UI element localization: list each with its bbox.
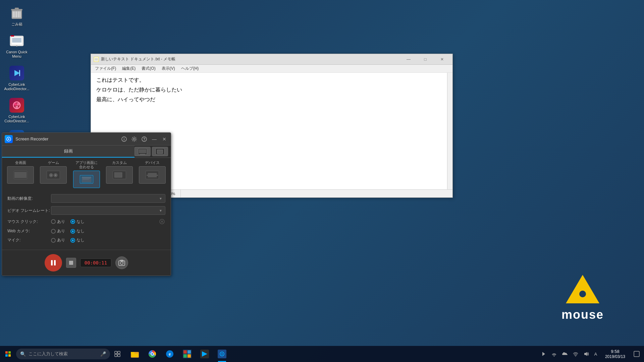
notepad-menu-edit[interactable]: 編集(E) [119,65,138,72]
sr-webcam-off-radio[interactable] [70,229,75,234]
sr-mode-game-icon [40,166,67,184]
sr-title-text: Screen Recorder [15,136,48,141]
desktop-icon-trash[interactable]: ごみ箱 [3,3,30,28]
svg-point-50 [55,175,56,175]
volume-icon[interactable] [581,346,592,362]
desktop-icon-audio[interactable]: CyberLink AudioDirector... [3,64,30,93]
desktop-icon-canon[interactable]: Canon Quick Menu [3,31,30,60]
notepad-titlebar-buttons: — □ ✕ [401,55,450,64]
svg-rect-80 [115,351,117,354]
sr-webcam-row: Web カメラ: あり なし [7,228,165,234]
sr-mode-custom-label: カスタム [112,161,127,165]
notification-center[interactable] [629,346,644,362]
notepad-close-button[interactable]: ✕ [434,55,450,64]
svg-rect-86 [131,354,138,357]
sr-webcam-off-option[interactable]: なし [70,228,85,234]
wifi-icon[interactable] [570,346,581,362]
sr-mouse-off-radio[interactable] [70,219,75,224]
cloud-icon[interactable] [559,346,570,362]
canon-label: Canon Quick Menu [5,50,29,59]
network-icon[interactable] [549,346,559,362]
taskbar-file-explorer[interactable] [126,346,144,362]
svg-point-12 [16,45,17,47]
taskbar-screen-recorder[interactable] [213,346,231,362]
sr-titlebar-right: i ? — ✕ [120,135,168,143]
sr-mode-custom-icon [106,166,133,184]
svg-point-102 [221,353,223,355]
sr-mode-btn-full[interactable] [135,147,151,156]
desktop: ごみ箱 Canon Quick Menu [0,0,644,362]
svg-marker-74 [566,275,599,303]
color-label: CyberLink ColorDirector... [4,115,29,123]
svg-point-75 [579,291,586,297]
sr-stop-button[interactable] [66,258,76,268]
svg-rect-43 [47,171,60,179]
svg-rect-11 [12,38,21,43]
taskbar-clock[interactable]: 9:58 2019/03/13 [601,346,629,362]
sr-mic-label: マイク: [7,237,51,243]
sr-mode-device[interactable]: デバイス [137,161,168,188]
svg-point-105 [575,356,576,357]
sr-webcam-on-radio[interactable] [51,229,56,234]
sr-resolution-dropdown[interactable]: ▼ [51,194,165,203]
ime-icon[interactable]: A [592,346,600,362]
svg-point-17 [14,103,17,106]
svg-rect-94 [183,350,187,354]
svg-point-90 [151,353,153,355]
sr-mouse-off-option[interactable]: なし [70,219,85,225]
canon-icon [9,33,25,49]
taskbar-app5[interactable] [196,346,213,362]
notepad-menu-help[interactable]: ヘルプ(H) [178,65,202,72]
svg-point-51 [55,175,56,176]
sr-mouse-on-label: あり [57,219,65,225]
notepad-menu-file[interactable]: ファイル(F) [92,65,119,72]
notepad-line-1: これはテストです。 [96,75,447,85]
sr-info-icon[interactable]: i [120,135,128,143]
sr-mic-off-radio[interactable] [70,238,75,243]
notepad-maximize-button[interactable]: □ [418,55,433,64]
start-button[interactable] [0,346,16,362]
sr-mouse-on-option[interactable]: あり [51,219,65,225]
sr-mouse-on-radio[interactable] [51,219,56,224]
sr-framerate-dropdown[interactable]: ▼ [51,206,165,215]
notepad-scrollbar[interactable] [447,73,452,189]
sr-tabs: 録画 [2,145,171,158]
sr-mode-game[interactable]: ゲーム [38,161,69,188]
desktop-icon-color[interactable]: CyberLink ColorDirector... [3,96,30,125]
taskbar-sys-tray: A [537,346,601,362]
sr-mic-on-option[interactable]: あり [51,237,65,243]
svg-rect-68 [54,260,56,265]
taskbar-app4[interactable] [178,346,196,362]
sr-screenshot-button[interactable] [115,256,128,269]
sys-tray-expand[interactable] [538,346,549,362]
sr-minimize-icon[interactable]: — [151,135,158,143]
sr-tab-record[interactable]: 録画 [2,145,135,158]
svg-rect-2 [14,11,15,17]
sr-close-icon[interactable]: ✕ [161,135,168,143]
sr-mode-app[interactable]: アプリ画面に合わせる [70,161,102,188]
sr-mic-on-radio[interactable] [51,238,56,243]
sr-mode-fullscreen[interactable]: 全画面 [5,161,36,188]
sr-help-icon[interactable]: ? [141,135,148,143]
sr-mode-custom[interactable]: カスタム [104,161,135,188]
svg-rect-7 [15,8,19,9]
sr-settings-icon[interactable] [130,135,138,143]
sr-mode-fullscreen-icon [7,166,34,184]
sr-mode-app-icon [73,171,100,188]
sr-mic-off-option[interactable]: なし [70,237,85,243]
svg-rect-4 [18,11,19,17]
taskbar-chrome[interactable] [144,346,161,362]
sr-mode-btn-window[interactable] [152,147,168,156]
notepad-minimize-button[interactable]: — [401,55,416,64]
svg-rect-81 [118,351,120,354]
taskbar-edge[interactable]: e [161,346,178,362]
mouse-triangle-svg [564,273,601,305]
svg-rect-79 [8,354,11,357]
sr-pause-button[interactable] [45,254,62,272]
svg-rect-95 [187,350,191,354]
sr-webcam-on-option[interactable]: あり [51,228,65,234]
notepad-menu-format[interactable]: 書式(O) [139,65,158,72]
taskbar-search-box[interactable]: 🔍 ここに入力して検索 🎤 [16,349,110,359]
notepad-menu-view[interactable]: 表示(V) [159,65,178,72]
task-view-button[interactable] [110,346,125,362]
